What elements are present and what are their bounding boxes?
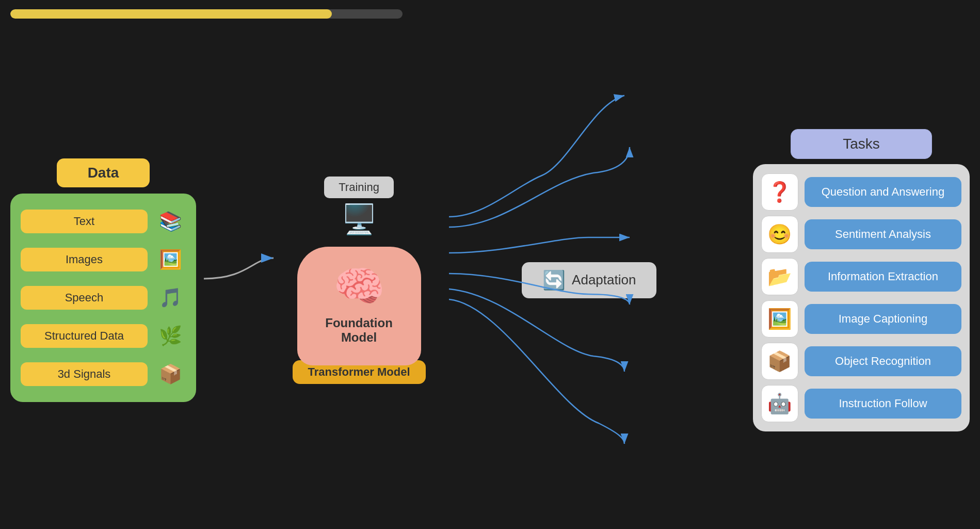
- training-section: Training 🖥️: [324, 177, 394, 236]
- training-label: Training: [324, 177, 394, 198]
- data-item-row: Text📚: [21, 206, 186, 237]
- task-label-3: Image Captioning: [805, 304, 961, 334]
- adaptation-box: 🔄 Adaptation: [522, 262, 656, 298]
- brain-icon: 🧠: [333, 262, 385, 311]
- data-item-icon-3: 🌿: [155, 320, 186, 351]
- task-row-4: 📦Object Recognition: [761, 343, 961, 380]
- foundation-model-box: 🧠 FoundationModel: [297, 247, 421, 365]
- task-icon-0: ❓: [761, 173, 798, 211]
- task-icon-2: 📂: [761, 258, 798, 295]
- data-item-icon-2: 🎵: [155, 282, 186, 313]
- task-row-2: 📂Information Extraction: [761, 258, 961, 295]
- task-row-1: 😊Sentiment Analysis: [761, 216, 961, 253]
- training-icon: 🖥️: [341, 202, 377, 236]
- task-icon-3: 🖼️: [761, 300, 798, 338]
- task-label-5: Instruction Follow: [805, 389, 961, 419]
- task-row-5: 🤖Instruction Follow: [761, 385, 961, 422]
- data-item-label-0: Text: [21, 210, 148, 233]
- data-item-row: Structured Data🌿: [21, 320, 186, 351]
- data-item-label-3: Structured Data: [21, 324, 148, 348]
- tasks-title: Tasks: [791, 129, 932, 159]
- data-title: Data: [57, 158, 150, 187]
- main-content: Data Text📚Images🖼️Speech🎵Structured Data…: [10, 41, 970, 519]
- foundation-label: FoundationModel: [325, 316, 393, 345]
- progress-bar-container: [10, 9, 403, 19]
- tasks-items-box: ❓Question and Answering😊Sentiment Analys…: [753, 164, 970, 431]
- tasks-panel: Tasks ❓Question and Answering😊Sentiment …: [753, 129, 970, 431]
- data-item-icon-4: 📦: [155, 359, 186, 390]
- task-label-2: Information Extraction: [805, 262, 961, 292]
- task-row-3: 🖼️Image Captioning: [761, 300, 961, 338]
- data-item-label-2: Speech: [21, 286, 148, 310]
- task-icon-1: 😊: [761, 216, 798, 253]
- data-item-icon-0: 📚: [155, 206, 186, 237]
- task-row-0: ❓Question and Answering: [761, 173, 961, 211]
- data-item-label-1: Images: [21, 248, 148, 271]
- data-item-label-4: 3d Signals: [21, 362, 148, 386]
- task-icon-4: 📦: [761, 343, 798, 380]
- data-panel: Data Text📚Images🖼️Speech🎵Structured Data…: [10, 158, 196, 402]
- progress-bar-fill: [10, 9, 332, 19]
- data-item-icon-1: 🖼️: [155, 244, 186, 275]
- adaptation-label: Adaptation: [572, 272, 636, 288]
- task-label-0: Question and Answering: [805, 177, 961, 207]
- task-icon-5: 🤖: [761, 385, 798, 422]
- data-item-row: Speech🎵: [21, 282, 186, 313]
- adaptation-gear-icon: 🔄: [542, 269, 566, 291]
- data-items-box: Text📚Images🖼️Speech🎵Structured Data🌿3d S…: [10, 194, 196, 402]
- data-item-row: Images🖼️: [21, 244, 186, 275]
- task-label-4: Object Recognition: [805, 346, 961, 376]
- task-label-1: Sentiment Analysis: [805, 219, 961, 249]
- data-item-row: 3d Signals📦: [21, 359, 186, 390]
- adaptation-section: 🔄 Adaptation: [522, 262, 656, 298]
